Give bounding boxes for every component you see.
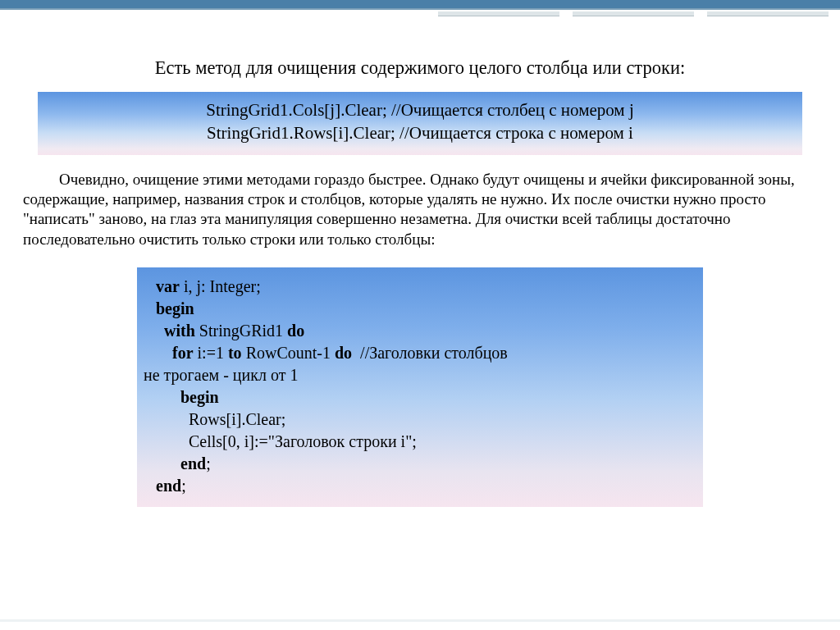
code-line: var i, j: Integer; xyxy=(144,277,261,295)
code-line: Cells[0, i]:="Заголовок строки i"; xyxy=(144,432,417,450)
code-line: Rows[i].Clear; xyxy=(144,410,285,428)
top-seg-2 xyxy=(573,11,694,16)
code-line: StringGrid1.Rows[i].Clear; //Очищается с… xyxy=(62,121,778,144)
code-line: for i:=1 to RowCount-1 do //Заголовки ст… xyxy=(144,344,508,362)
code-line: end; xyxy=(144,454,211,472)
code-block-loop: var i, j: Integer; begin with StringGRid… xyxy=(137,267,703,507)
code-line: StringGrid1.Cols[j].Clear; //Очищается с… xyxy=(62,98,778,121)
header-decoration xyxy=(0,0,840,25)
slide-title: Есть метод для очищения содержимого цело… xyxy=(21,57,819,79)
top-seg-3 xyxy=(438,11,559,16)
code-line: begin xyxy=(144,299,194,317)
explanation-paragraph: Очевидно, очищение этими методами горазд… xyxy=(23,170,817,249)
bottom-rule xyxy=(0,619,840,622)
code-block-clear-methods: StringGrid1.Cols[j].Clear; //Очищается с… xyxy=(38,92,802,155)
top-bar-outer xyxy=(0,0,840,10)
top-seg-1 xyxy=(707,11,829,16)
code-line: end; xyxy=(144,477,186,495)
code-line: не трогаем - цикл от 1 xyxy=(144,366,298,384)
code-line: with StringGRid1 do xyxy=(144,322,304,340)
code-line: begin xyxy=(144,388,219,406)
slide-content: Есть метод для очищения содержимого цело… xyxy=(21,57,819,507)
